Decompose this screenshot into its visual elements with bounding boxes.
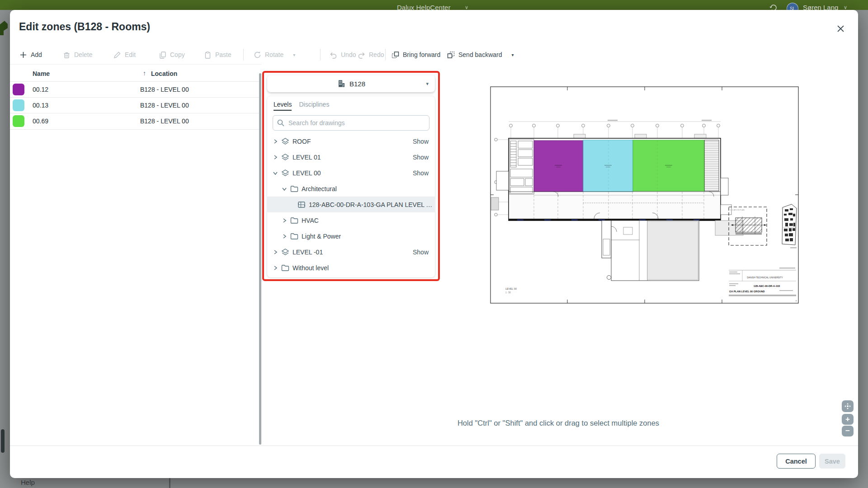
send-backward-caret-icon[interactable]: ▾: [512, 52, 514, 57]
history-icon[interactable]: [769, 4, 778, 10]
fit-to-view-button[interactable]: [842, 400, 854, 412]
table-row[interactable]: 00.69 B128 - LEVEL 00: [10, 113, 259, 130]
user-name[interactable]: Søren Lang: [803, 4, 838, 10]
redo-button[interactable]: Redo: [357, 46, 384, 63]
show-link[interactable]: Show: [413, 154, 435, 161]
zone-color-swatch[interactable]: [13, 115, 24, 127]
undo-icon: [329, 51, 338, 59]
table-row[interactable]: 00.12 B128 - LEVEL 00: [10, 81, 259, 98]
tree-item-without-level[interactable]: Without level: [267, 260, 435, 276]
zone-location: B128 - LEVEL 00: [140, 102, 189, 109]
add-button[interactable]: Add: [19, 46, 42, 63]
delete-button[interactable]: Delete: [62, 46, 92, 63]
sort-ascending-icon[interactable]: ↑: [143, 70, 146, 77]
levels-icon: [281, 248, 290, 257]
user-avatar[interactable]: SL: [787, 3, 798, 10]
tree-item-level-minus-01[interactable]: LEVEL -01 Show: [267, 244, 435, 260]
drawings-panel: B128 ▾ Levels Disciplines ROOF Show: [262, 71, 440, 281]
help-link[interactable]: Help: [21, 479, 35, 486]
pane-splitter[interactable]: [259, 73, 261, 445]
search-input[interactable]: [273, 115, 429, 131]
zone-location: B128 - LEVEL 00: [140, 117, 189, 125]
levels-icon: [281, 137, 290, 146]
show-link[interactable]: Show: [413, 249, 435, 256]
table-header: Name ↑ Location: [10, 66, 259, 81]
tree-item-label: LEVEL 00: [292, 169, 321, 177]
table-row[interactable]: 00.13 B128 - LEVEL 00: [10, 97, 259, 113]
chevron-down-icon[interactable]: [273, 170, 279, 176]
rotate-button[interactable]: Rotate ▾: [253, 46, 295, 63]
toolbar: Add Delete Edit Copy Paste Rotate ▾ Undo: [10, 46, 858, 63]
zone-name: 00.69: [33, 117, 48, 125]
plan-level-label: LEVEL 00: [505, 287, 517, 290]
send-backward-button[interactable]: Send backward ▾: [447, 46, 514, 63]
tab-levels[interactable]: Levels: [274, 101, 292, 111]
building-icon: [337, 79, 346, 88]
chevron-right-icon[interactable]: [273, 265, 279, 271]
tree-item-level-01[interactable]: LEVEL 01 Show: [267, 149, 435, 165]
chevron-right-icon[interactable]: [282, 234, 288, 239]
background-scrollbar[interactable]: [1, 429, 5, 453]
clipboard-icon: [203, 51, 212, 59]
tree-item-label: ROOF: [292, 138, 311, 145]
zone-color-swatch[interactable]: [13, 99, 24, 111]
close-button[interactable]: [834, 22, 847, 35]
building-dropdown-caret-icon: ▾: [426, 81, 429, 87]
floor-plan-canvas[interactable]: LOCATION PLAN DAN: [490, 86, 799, 304]
cancel-button[interactable]: Cancel: [777, 454, 816, 469]
undo-button[interactable]: Undo: [329, 46, 356, 63]
tree-item-light-power[interactable]: Light & Power: [267, 228, 435, 244]
zone-name: 00.12: [33, 86, 48, 93]
bring-forward-icon: [391, 51, 400, 59]
send-backward-icon: [447, 51, 455, 59]
tree-item-architectural[interactable]: Architectural: [267, 181, 435, 197]
column-name[interactable]: Name: [33, 70, 50, 77]
site-key-plan: [782, 204, 797, 249]
search-icon: [277, 119, 285, 129]
plan-scale: 1 : 50: [505, 291, 511, 294]
chevron-right-icon[interactable]: [273, 249, 279, 255]
app-title[interactable]: Dalux HelpCenter: [397, 4, 450, 10]
zoom-out-button[interactable]: −: [842, 426, 854, 436]
building-selector[interactable]: B128 ▾: [267, 75, 435, 92]
paste-button[interactable]: Paste: [203, 46, 231, 63]
column-location[interactable]: Location: [151, 70, 177, 77]
tree-item-hvac[interactable]: HVAC: [267, 212, 435, 228]
home-icon: [0, 20, 8, 38]
edit-button[interactable]: Edit: [113, 46, 136, 63]
top-app-bar: Dalux HelpCenter ∨ SL Søren Lang ∨: [0, 0, 868, 10]
drawing-title: GA PLAN LEVEL 00 GROUND: [729, 290, 765, 293]
folder-icon: [290, 216, 299, 225]
user-menu-caret-icon: ∨: [844, 5, 847, 10]
panel-tabs: Levels Disciplines: [267, 96, 435, 111]
rotate-icon: [253, 51, 262, 59]
south-wing: [602, 221, 699, 281]
show-link[interactable]: Show: [413, 138, 435, 145]
building-name: B128: [349, 80, 365, 88]
chevron-down-icon[interactable]: [282, 186, 288, 192]
chevron-right-icon[interactable]: [282, 218, 288, 223]
copy-button[interactable]: Copy: [158, 46, 185, 63]
app-title-caret-icon: ∨: [465, 5, 468, 10]
toolbar-separator: [320, 49, 321, 61]
rotate-caret-icon[interactable]: ▾: [293, 52, 295, 57]
tree-item-drawing[interactable]: 128-ABC-00-DR-A-103-GA PLAN LEVEL …: [267, 197, 435, 212]
service-block: [704, 140, 719, 191]
bring-forward-button[interactable]: Bring forward ▾: [391, 46, 452, 63]
save-button[interactable]: Save: [819, 454, 845, 469]
show-link[interactable]: Show: [413, 169, 435, 177]
tree-item-label: 128-ABC-00-DR-A-103-GA PLAN LEVEL …: [309, 201, 432, 208]
plus-icon: [19, 51, 28, 59]
zone-location: B128 - LEVEL 00: [140, 86, 189, 93]
tree-item-level-00[interactable]: LEVEL 00 Show: [267, 165, 435, 181]
zone-color-swatch[interactable]: [13, 84, 24, 95]
left-rooms: [509, 139, 534, 194]
tree-item-roof[interactable]: ROOF Show: [267, 133, 435, 149]
chevron-right-icon[interactable]: [273, 139, 279, 144]
zone-00-13[interactable]: [583, 140, 633, 192]
tab-disciplines[interactable]: Disciplines: [299, 101, 329, 111]
levels-icon: [281, 169, 290, 178]
zone-00-12[interactable]: [534, 141, 583, 192]
zoom-in-button[interactable]: +: [842, 414, 854, 425]
chevron-right-icon[interactable]: [273, 155, 279, 160]
